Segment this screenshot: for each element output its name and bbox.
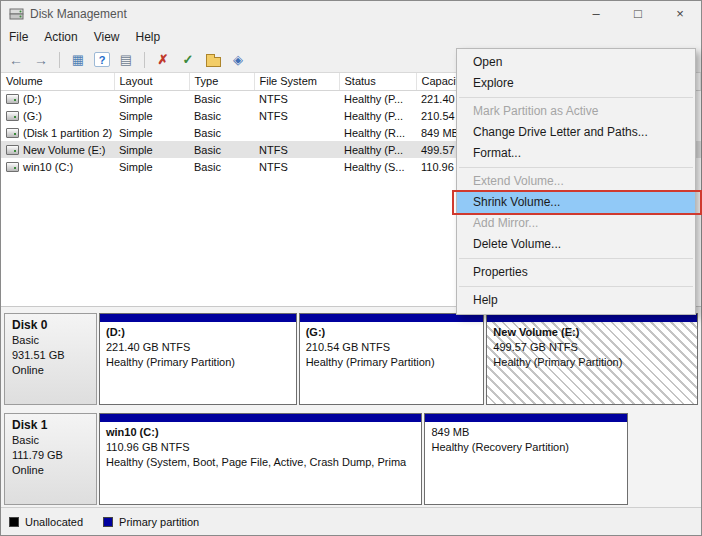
menu-item-delete-volume[interactable]: Delete Volume... bbox=[457, 234, 695, 255]
status-cell: Healthy (P... bbox=[339, 141, 416, 158]
disk-0-header[interactable]: Disk 0 Basic 931.51 GB Online bbox=[4, 313, 97, 405]
menu-bar: File Action View Help bbox=[1, 26, 701, 47]
window-title: Disk Management bbox=[30, 7, 127, 21]
menu-action[interactable]: Action bbox=[36, 28, 85, 46]
status-cell: Healthy (P... bbox=[339, 107, 416, 124]
volume-name: (D:) bbox=[23, 93, 41, 105]
shrink-volume-label: Shrink Volume... bbox=[473, 195, 560, 209]
file-system-cell: NTFS bbox=[254, 158, 339, 175]
disk-status: Online bbox=[12, 363, 89, 378]
folder-glyph bbox=[206, 57, 221, 67]
type-cell: Basic bbox=[189, 158, 254, 175]
menu-item-change-drive-letter[interactable]: Change Drive Letter and Paths... bbox=[457, 122, 695, 143]
file-system-cell: NTFS bbox=[254, 141, 339, 158]
volume-name: win10 (C:) bbox=[23, 161, 73, 173]
partition-size: 210.54 GB NTFS bbox=[306, 340, 478, 355]
open-folder-icon[interactable] bbox=[204, 51, 222, 69]
partition-size: 221.40 GB NTFS bbox=[106, 340, 290, 355]
disk-management-window: Disk Management – □ × File Action View H… bbox=[0, 0, 702, 536]
back-icon[interactable]: ← bbox=[7, 51, 25, 69]
menu-item-open[interactable]: Open bbox=[457, 52, 695, 73]
menu-file[interactable]: File bbox=[1, 28, 36, 46]
app-icon bbox=[9, 6, 24, 21]
help-icon[interactable]: ? bbox=[94, 52, 110, 67]
disk-name: Disk 0 bbox=[12, 318, 89, 333]
delete-volume-icon[interactable]: ✗ bbox=[154, 51, 172, 69]
file-system-cell bbox=[254, 124, 339, 141]
disk-1-row: Disk 1 Basic 111.79 GB Online win10 (C:)… bbox=[4, 413, 698, 505]
menu-help[interactable]: Help bbox=[128, 28, 169, 46]
partition-g[interactable]: (G:) 210.54 GB NTFS Healthy (Primary Par… bbox=[299, 313, 485, 405]
minimize-button[interactable]: – bbox=[575, 1, 617, 26]
partition-recovery[interactable]: 849 MB Healthy (Recovery Partition) bbox=[424, 413, 628, 505]
partition-color-band bbox=[300, 314, 484, 322]
partition-title: New Volume (E:) bbox=[493, 325, 691, 340]
layout-cell: Simple bbox=[114, 90, 189, 107]
legend-bar: Unallocated Primary partition bbox=[1, 507, 701, 535]
layout-cell: Simple bbox=[114, 158, 189, 175]
menu-item-help[interactable]: Help bbox=[457, 290, 695, 311]
partition-title: (D:) bbox=[106, 325, 290, 340]
partition-color-band bbox=[100, 314, 296, 322]
show-console-tree-icon[interactable]: ▦ bbox=[69, 51, 87, 69]
partition-status: Healthy (Primary Partition) bbox=[106, 355, 290, 370]
menu-item-mark-partition-active: Mark Partition as Active bbox=[457, 101, 695, 122]
maximize-button[interactable]: □ bbox=[617, 1, 659, 26]
type-cell: Basic bbox=[189, 90, 254, 107]
disk-size: 111.79 GB bbox=[12, 448, 89, 463]
menu-item-add-mirror: Add Mirror... bbox=[457, 213, 695, 234]
forward-icon[interactable]: → bbox=[32, 51, 50, 69]
menu-item-properties[interactable]: Properties bbox=[457, 262, 695, 283]
partition-color-band bbox=[487, 314, 697, 322]
partition-size: 849 MB bbox=[431, 425, 621, 440]
menu-item-explore[interactable]: Explore bbox=[457, 73, 695, 94]
file-system-cell: NTFS bbox=[254, 107, 339, 124]
legend-label: Unallocated bbox=[25, 516, 83, 528]
layout-cell: Simple bbox=[114, 124, 189, 141]
partition-color-band bbox=[425, 414, 627, 422]
drive-icon bbox=[6, 145, 19, 155]
partition-status: Healthy (System, Boot, Page File, Active… bbox=[106, 455, 415, 470]
volume-name: (Disk 1 partition 2) bbox=[23, 127, 112, 139]
partition-e-selected[interactable]: New Volume (E:) 499.57 GB NTFS Healthy (… bbox=[486, 313, 698, 405]
layout-cell: Simple bbox=[114, 141, 189, 158]
col-type[interactable]: Type bbox=[189, 73, 254, 90]
layout-cell: Simple bbox=[114, 107, 189, 124]
partition-d[interactable]: (D:) 221.40 GB NTFS Healthy (Primary Par… bbox=[99, 313, 297, 405]
wizard-icon[interactable]: ◈ bbox=[229, 51, 247, 69]
properties-sheet-icon[interactable]: ▤ bbox=[117, 51, 135, 69]
partition-title: win10 (C:) bbox=[106, 425, 415, 440]
drive-icon bbox=[6, 111, 19, 121]
col-layout[interactable]: Layout bbox=[114, 73, 189, 90]
legend-primary-partition: Primary partition bbox=[103, 516, 199, 528]
partition-size: 499.57 GB NTFS bbox=[493, 340, 691, 355]
unallocated-swatch bbox=[9, 517, 19, 527]
menu-item-format[interactable]: Format... bbox=[457, 143, 695, 164]
primary-partition-swatch bbox=[103, 517, 113, 527]
menu-view[interactable]: View bbox=[86, 28, 128, 46]
col-volume[interactable]: Volume bbox=[1, 73, 114, 90]
drive-icon bbox=[6, 162, 19, 172]
partition-color-band bbox=[100, 414, 421, 422]
menu-separator bbox=[459, 167, 693, 168]
window-controls: – □ × bbox=[575, 1, 701, 26]
disk-kind: Basic bbox=[12, 333, 89, 348]
legend-label: Primary partition bbox=[119, 516, 199, 528]
status-cell: Healthy (R... bbox=[339, 124, 416, 141]
close-button[interactable]: × bbox=[659, 1, 701, 26]
col-status[interactable]: Status bbox=[339, 73, 416, 90]
mark-partition-active-icon[interactable]: ✓ bbox=[179, 51, 197, 69]
menu-item-shrink-volume[interactable]: Shrink Volume... bbox=[457, 192, 695, 213]
col-file-system[interactable]: File System bbox=[254, 73, 339, 90]
toolbar-separator bbox=[59, 52, 60, 68]
partition-title: (G:) bbox=[306, 325, 478, 340]
toolbar-separator bbox=[144, 52, 145, 68]
disk-0-partitions: (D:) 221.40 GB NTFS Healthy (Primary Par… bbox=[99, 313, 698, 405]
partition-c[interactable]: win10 (C:) 110.96 GB NTFS Healthy (Syste… bbox=[99, 413, 422, 505]
status-cell: Healthy (S... bbox=[339, 158, 416, 175]
disk-kind: Basic bbox=[12, 433, 89, 448]
disk-1-header[interactable]: Disk 1 Basic 111.79 GB Online bbox=[4, 413, 97, 505]
drive-icon bbox=[6, 94, 19, 104]
partition-status: Healthy (Primary Partition) bbox=[493, 355, 691, 370]
file-system-cell: NTFS bbox=[254, 90, 339, 107]
